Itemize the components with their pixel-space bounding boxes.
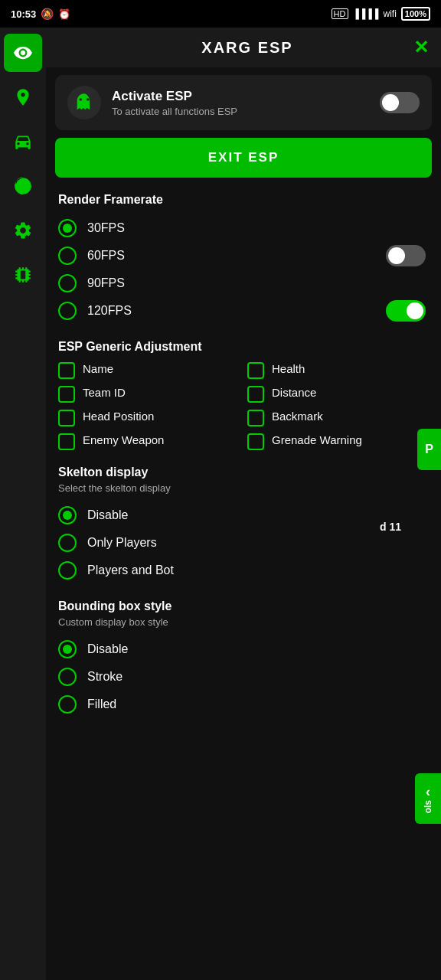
render-framerate-title: Render Framerate — [58, 193, 429, 207]
sidebar — [0, 28, 46, 980]
toggle-track — [380, 92, 420, 113]
checkbox-head-position-box — [58, 410, 75, 426]
bbox-disable-option[interactable]: Disable — [58, 635, 429, 663]
fps-120-toggle-thumb — [407, 302, 423, 319]
sidebar-item-esp[interactable] — [4, 34, 42, 72]
fps-60-toggle-thumb — [388, 247, 405, 264]
checkbox-name-box — [58, 362, 75, 379]
sidebar-item-location[interactable] — [4, 78, 42, 116]
close-button[interactable]: ✕ — [413, 37, 429, 58]
wifi-icon: wifi — [384, 8, 397, 19]
bounding-box-subtitle: Custom display box style — [58, 616, 429, 628]
chevron-left-icon: ‹ — [426, 784, 430, 800]
skelton-players-bot-label: Players and Bot — [87, 564, 174, 577]
signal-icon: ▐▐▐▐ — [353, 8, 379, 19]
skelton-only-players-option[interactable]: Only Players — [58, 529, 429, 557]
fps-90-radio — [58, 274, 77, 292]
sidebar-item-aimbot[interactable] — [4, 167, 42, 205]
bbox-stroke-radio — [58, 668, 77, 686]
battery-icon: 100% — [401, 7, 430, 21]
checkbox-distance-box — [247, 386, 264, 403]
activate-title: Activate ESP — [112, 89, 369, 104]
fps-120-option[interactable]: 120FPS — [58, 297, 132, 325]
fps-120-toggle-track — [386, 300, 426, 322]
checkbox-backmark-label: Backmark — [272, 409, 323, 424]
app-header: XARG ESP ✕ — [46, 28, 441, 67]
status-right: HD ▐▐▐▐ wifi 100% — [332, 7, 430, 21]
target-icon — [13, 176, 33, 196]
floating-tab-tools[interactable]: ‹ ols — [415, 773, 441, 824]
fps-120-toggle[interactable] — [386, 300, 426, 322]
bbox-stroke-option[interactable]: Stroke — [58, 663, 429, 691]
bbox-filled-radio — [58, 695, 77, 714]
fps-60-toggle[interactable] — [386, 245, 426, 266]
bbox-filled-option[interactable]: Filled — [58, 691, 429, 718]
bounding-box-section: Bounding box style Custom display box st… — [46, 592, 441, 741]
checkbox-distance[interactable]: Distance — [247, 385, 429, 403]
skelton-only-players-radio — [58, 534, 77, 552]
fps-90-option[interactable]: 90FPS — [58, 270, 429, 297]
bbox-disable-radio — [58, 640, 77, 658]
checkbox-team-id-label: Team ID — [83, 385, 126, 400]
checkbox-team-id-box — [58, 386, 75, 403]
render-framerate-section: Render Framerate 30FPS 60FPS — [46, 185, 441, 332]
checkbox-enemy-weapon-box — [58, 433, 75, 450]
activate-subtitle: To activate all functions ESP — [112, 106, 369, 117]
ghost-icon — [74, 92, 95, 113]
exit-esp-button[interactable]: EXIT ESP — [55, 138, 432, 178]
settings-icon — [13, 220, 33, 240]
checkbox-team-id[interactable]: Team ID — [58, 385, 240, 403]
bounding-box-title: Bounding box style — [58, 599, 429, 613]
checkbox-distance-label: Distance — [272, 385, 316, 400]
fps-90-label: 90FPS — [87, 276, 125, 290]
status-left: 10:53 🔕 ⏰ — [11, 8, 70, 20]
checkbox-health-box — [247, 362, 264, 379]
checkbox-backmark[interactable]: Backmark — [247, 409, 429, 426]
main-content: XARG ESP ✕ Activate ESP To activate all … — [46, 28, 441, 980]
floating-tab-p-label: P — [425, 443, 433, 456]
activate-toggle[interactable] — [380, 92, 420, 113]
activate-text: Activate ESP To activate all functions E… — [112, 89, 369, 117]
checkbox-head-position[interactable]: Head Position — [58, 409, 240, 426]
skelton-disable-option[interactable]: Disable — [58, 501, 429, 529]
location-icon — [13, 87, 33, 107]
checkbox-enemy-weapon[interactable]: Enemy Weapon — [58, 433, 240, 450]
esp-generic-section: ESP Generic Adjustment Name Health Team … — [46, 332, 441, 458]
checkbox-name[interactable]: Name — [58, 361, 240, 379]
side-text: d 11 — [380, 521, 401, 533]
skelton-players-bot-option[interactable]: Players and Bot — [58, 557, 429, 584]
time: 10:53 — [11, 8, 36, 20]
header-title: XARG ESP — [81, 39, 413, 57]
skelton-display-title: Skelton display — [58, 466, 429, 479]
skelton-disable-label: Disable — [87, 508, 128, 522]
checkbox-head-position-label: Head Position — [83, 409, 154, 424]
skelton-only-players-label: Only Players — [87, 536, 157, 550]
esp-generic-title: ESP Generic Adjustment — [58, 340, 429, 354]
sidebar-item-system[interactable] — [4, 256, 42, 294]
bbox-filled-label: Filled — [87, 697, 116, 711]
skelton-disable-radio — [58, 506, 77, 524]
skelton-display-subtitle: Select the skelton display — [58, 482, 429, 494]
sidebar-item-settings[interactable] — [4, 211, 42, 250]
fps-60-option[interactable]: 60FPS — [58, 242, 125, 270]
car-icon — [13, 132, 33, 152]
checkbox-grenade-warning[interactable]: Grenade Warning — [247, 433, 429, 450]
fps-60-radio — [58, 247, 77, 265]
fps-30-radio — [58, 219, 77, 237]
app-container: XARG ESP ✕ Activate ESP To activate all … — [0, 28, 441, 980]
checkbox-health[interactable]: Health — [247, 361, 429, 379]
toggle-thumb — [382, 94, 399, 111]
bbox-stroke-label: Stroke — [87, 670, 122, 684]
floating-tab-p[interactable]: P — [417, 429, 441, 470]
eye-icon — [13, 43, 33, 63]
activate-esp-card: Activate ESP To activate all functions E… — [55, 75, 432, 130]
fps-30-label: 30FPS — [87, 221, 125, 235]
mute-icon: 🔕 — [41, 8, 54, 20]
checkbox-grenade-warning-label: Grenade Warning — [272, 433, 362, 448]
checkbox-backmark-box — [247, 410, 264, 426]
skelton-players-bot-radio — [58, 561, 77, 580]
sidebar-item-vehicle[interactable] — [4, 122, 42, 161]
fps-30-option[interactable]: 30FPS — [58, 214, 125, 242]
esp-icon — [67, 86, 101, 119]
fps-60-toggle-track — [386, 245, 426, 266]
